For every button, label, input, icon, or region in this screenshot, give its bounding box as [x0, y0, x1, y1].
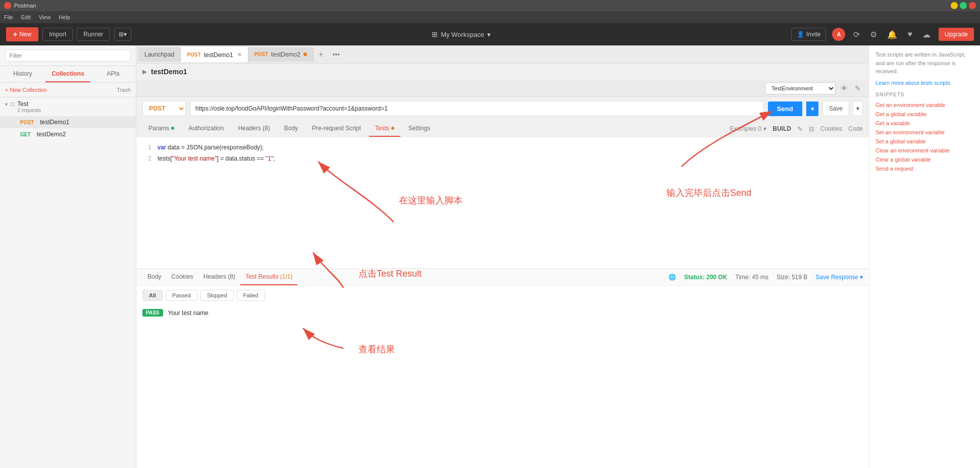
- filter-passed-button[interactable]: Passed: [166, 290, 197, 301]
- method-select[interactable]: POST GET PUT DELETE: [142, 101, 186, 116]
- workspace-selector[interactable]: ⊞ My Workspace ▾: [432, 30, 491, 38]
- new-button[interactable]: + New: [6, 27, 38, 41]
- test-results-body: PASS Your test name: [136, 305, 869, 321]
- sidebar-tab-collections[interactable]: Collections: [45, 66, 91, 82]
- toolbar: + New Import Runner ⊞▾ ⊞ My Workspace ▾ …: [0, 23, 980, 45]
- snippet-clear-env[interactable]: Clear an environment variable: [875, 146, 974, 155]
- req-tab-params[interactable]: Params: [142, 121, 180, 137]
- env-eye-icon[interactable]: 👁: [839, 83, 850, 93]
- layout-settings-icon[interactable]: ⊟: [809, 125, 814, 133]
- tab-name-testdemo2: testDemo2: [271, 51, 300, 58]
- build-button[interactable]: BUILD: [772, 125, 791, 132]
- sidebar-tab-apis[interactable]: APIs: [90, 66, 136, 82]
- filter-all-button[interactable]: All: [142, 290, 163, 301]
- learn-more-link[interactable]: Learn more about tests scripts: [875, 80, 974, 86]
- tab-more-button[interactable]: •••: [328, 50, 344, 59]
- content-with-sidebar: Launchpad POST testDemo1 ✕ POST testDemo…: [136, 45, 980, 468]
- right-sidebar: Test scripts are written in JavaScript, …: [869, 45, 980, 468]
- maximize-btn[interactable]: [960, 2, 967, 9]
- send-dropdown-button[interactable]: ▾: [806, 101, 818, 116]
- response-tabs: Body Cookies Headers (8) Test Results (1…: [136, 269, 869, 286]
- menu-view[interactable]: View: [39, 14, 51, 20]
- resp-tab-cookies[interactable]: Cookies: [166, 269, 198, 285]
- response-status: 🌐 Status: 200 OK Time: 45 ms Size: 519 B…: [668, 274, 863, 281]
- menu-file[interactable]: File: [4, 14, 13, 20]
- close-btn[interactable]: [969, 2, 976, 9]
- tab-method-post: POST: [187, 52, 200, 58]
- trash-button[interactable]: Trash: [117, 87, 131, 93]
- filter-skipped-button[interactable]: Skipped: [200, 290, 234, 301]
- snippet-get-var[interactable]: Get a variable: [875, 119, 974, 128]
- edit-icon[interactable]: ✎: [797, 125, 803, 133]
- test-results-count: (1/1): [280, 273, 293, 280]
- resp-tab-headers[interactable]: Headers (8): [198, 269, 240, 285]
- req-tab-body[interactable]: Body: [278, 121, 304, 137]
- cloud-icon[interactable]: ☁: [920, 28, 933, 41]
- resp-tab-test-results[interactable]: Test Results (1/1): [240, 269, 297, 285]
- req-tab-prerequest[interactable]: Pre-request Script: [306, 121, 367, 137]
- tab-method-post2: POST: [254, 51, 268, 57]
- req-tab-authorization[interactable]: Authorization: [182, 121, 230, 137]
- snippet-send-request[interactable]: Send a request: [875, 164, 974, 173]
- collection-test[interactable]: ▾ □ Test 2 requests: [0, 97, 136, 116]
- code-link[interactable]: Code: [848, 125, 863, 132]
- sidebar-tab-history[interactable]: History: [0, 66, 45, 82]
- snippet-set-global[interactable]: Set a global variable: [875, 137, 974, 146]
- menu-edit[interactable]: Edit: [21, 14, 31, 20]
- code-editor[interactable]: 1 var data = JSON.parse(responseBody); 2…: [136, 137, 869, 269]
- req-tab-headers[interactable]: Headers (8): [232, 121, 276, 137]
- sidebar-actions: + New Collection Trash: [0, 83, 136, 97]
- filter-failed-button[interactable]: Failed: [237, 290, 265, 301]
- environment-bar: TestEnvironment No Environment 👁 ✎: [136, 80, 869, 97]
- invite-button[interactable]: 👤 Invite: [791, 28, 826, 41]
- snippet-get-env[interactable]: Get an environment variable: [875, 100, 974, 110]
- search-input[interactable]: [5, 49, 131, 62]
- new-tab-button[interactable]: ⊞▾: [114, 28, 131, 41]
- req-tab-settings[interactable]: Settings: [402, 121, 436, 137]
- titlebar: Postman: [0, 0, 980, 11]
- avatar[interactable]: A: [832, 28, 845, 41]
- save-response-button[interactable]: Save Response ▾: [815, 274, 863, 281]
- snippet-set-env[interactable]: Set an environment variable: [875, 128, 974, 137]
- snippet-get-global[interactable]: Get a global variable: [875, 110, 974, 119]
- tab-close-icon[interactable]: ✕: [237, 51, 242, 58]
- url-input[interactable]: [190, 101, 764, 116]
- save-button[interactable]: Save: [822, 101, 849, 116]
- pass-badge: PASS: [142, 309, 163, 317]
- req-tab-tests[interactable]: Tests: [369, 121, 400, 137]
- test-filter-buttons: All Passed Skipped Failed: [136, 286, 869, 305]
- resp-tab-body[interactable]: Body: [142, 269, 166, 285]
- save-dropdown-button[interactable]: ▾: [853, 101, 863, 116]
- request-name-testdemo1: testDemo1: [40, 119, 69, 126]
- runner-button[interactable]: Runner: [77, 28, 110, 41]
- request-item-testdemo2[interactable]: GET testDemo2: [0, 128, 136, 140]
- minimize-btn[interactable]: [951, 2, 958, 9]
- tab-launchpad[interactable]: Launchpad: [138, 47, 181, 62]
- sync-icon[interactable]: ⟳: [851, 28, 862, 41]
- code-line-2: 2 tests["Your test name"] = data.status …: [142, 153, 863, 165]
- new-collection-button[interactable]: + New Collection: [5, 87, 47, 93]
- send-button[interactable]: Send: [768, 101, 802, 116]
- environment-select[interactable]: TestEnvironment No Environment: [765, 82, 836, 94]
- tab-add-button[interactable]: +: [314, 46, 328, 63]
- bell-icon[interactable]: 🔔: [885, 28, 899, 41]
- window-controls: [951, 2, 976, 9]
- env-edit-icon[interactable]: ✎: [853, 83, 863, 93]
- import-button[interactable]: Import: [42, 28, 73, 41]
- menu-help[interactable]: Help: [59, 14, 70, 20]
- snippet-clear-global[interactable]: Clear a global variable: [875, 155, 974, 164]
- collection-count: 2 requests: [17, 108, 131, 113]
- line-code-1: var data = JSON.parse(responseBody);: [158, 142, 264, 153]
- request-item-testdemo1[interactable]: POST testDemo1: [0, 116, 136, 128]
- examples-button[interactable]: Examples 0 ▾: [730, 125, 767, 132]
- settings-icon[interactable]: ⚙: [868, 28, 879, 41]
- tab-testdemo1[interactable]: POST testDemo1 ✕: [181, 47, 248, 62]
- cookies-link[interactable]: Cookies: [820, 125, 842, 132]
- tab-testdemo2[interactable]: POST testDemo2: [248, 47, 314, 62]
- heart-icon[interactable]: ♥: [905, 28, 914, 41]
- upgrade-button[interactable]: Upgrade: [939, 28, 974, 41]
- response-time: Time: 45 ms: [735, 274, 768, 281]
- method-badge-post: POST: [18, 119, 36, 126]
- caret-icon: ▾: [5, 101, 8, 107]
- workspace-label: My Workspace: [441, 31, 484, 38]
